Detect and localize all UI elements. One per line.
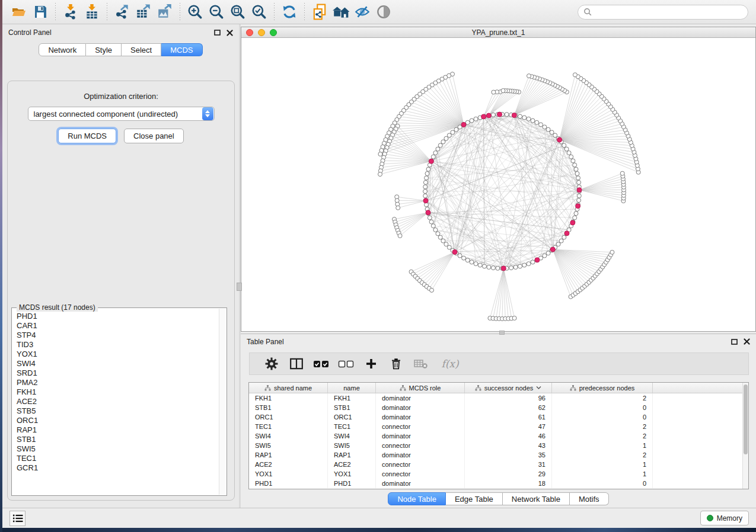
export-table-icon[interactable]: [133, 2, 154, 21]
deselect-all-icon[interactable]: [334, 355, 359, 373]
table-cell[interactable]: 2: [552, 393, 653, 403]
horizontal-splitter-grip[interactable]: [499, 331, 505, 335]
table-row[interactable]: ACE2ACE2connector311: [249, 460, 748, 469]
table-cell[interactable]: 1: [552, 469, 653, 479]
zoom-selected-icon[interactable]: [248, 2, 270, 21]
table-cell[interactable]: SWI5: [328, 441, 376, 450]
zoom-in-icon[interactable]: [184, 2, 206, 21]
table-row[interactable]: YOX1YOX1connector291: [249, 469, 748, 479]
column-header-MCDS-role[interactable]: MCDS role: [376, 383, 465, 393]
table-cell[interactable]: STB1: [249, 403, 328, 412]
tab-network-table[interactable]: Network Table: [503, 492, 570, 505]
mcds-result-item[interactable]: YOX1: [17, 350, 219, 359]
table-cell[interactable]: 2: [552, 422, 653, 431]
table-cell[interactable]: SWI5: [249, 441, 328, 450]
column-header-predecessor-nodes[interactable]: predecessor nodes: [552, 383, 653, 393]
table-cell[interactable]: dominator: [376, 403, 465, 412]
settings-gear-icon[interactable]: [259, 355, 284, 373]
mcds-result-item[interactable]: TEC1: [17, 454, 219, 463]
table-cell[interactable]: 18: [465, 479, 552, 488]
search-input[interactable]: [592, 8, 742, 16]
float-panel-icon[interactable]: [731, 339, 738, 345]
mcds-result-item[interactable]: ACE2: [17, 397, 219, 406]
memory-button[interactable]: Memory: [700, 511, 749, 525]
table-cell[interactable]: 47: [465, 422, 552, 431]
save-session-icon[interactable]: [30, 2, 51, 21]
table-cell[interactable]: 2: [552, 450, 653, 460]
table-cell[interactable]: TEC1: [328, 422, 376, 431]
table-cell[interactable]: 35: [465, 450, 552, 460]
table-row[interactable]: PHD1PHD1dominator180: [249, 479, 748, 488]
close-panel-icon[interactable]: [227, 30, 233, 36]
tab-motifs[interactable]: Motifs: [570, 492, 609, 505]
mcds-result-scrollbar[interactable]: [219, 309, 226, 495]
table-row[interactable]: SWI4SWI4dominator462: [249, 431, 748, 441]
column-header-successor-nodes[interactable]: successor nodes: [465, 383, 552, 393]
table-cell[interactable]: SWI4: [249, 431, 328, 441]
toggle-panel-icon[interactable]: [284, 355, 309, 373]
table-cell[interactable]: connector: [376, 469, 465, 479]
splitter-grip[interactable]: [237, 283, 242, 291]
mcds-result-item[interactable]: SWI5: [17, 444, 219, 454]
tab-node-table[interactable]: Node Table: [388, 492, 446, 505]
import-table-icon[interactable]: [81, 2, 103, 21]
mcds-result-item[interactable]: TID3: [17, 340, 219, 350]
table-cell[interactable]: RAP1: [249, 450, 328, 460]
mcds-result-item[interactable]: CAR1: [17, 321, 219, 331]
tab-select[interactable]: Select: [122, 43, 161, 56]
table-cell[interactable]: FKH1: [249, 393, 328, 403]
mcds-result-item[interactable]: PHD1: [17, 312, 219, 321]
table-cell[interactable]: 61: [465, 412, 552, 422]
table-cell[interactable]: connector: [376, 460, 465, 469]
export-network-icon[interactable]: [111, 2, 133, 21]
table-cell[interactable]: 46: [465, 431, 552, 441]
table-cell[interactable]: YOX1: [249, 469, 328, 479]
mcds-result-item[interactable]: PMA2: [17, 378, 219, 387]
mcds-result-list[interactable]: PHD1CAR1STP4TID3YOX1SWI4SRD1PMA2FKH1ACE2…: [12, 309, 219, 495]
mcds-result-item[interactable]: STB1: [17, 435, 219, 444]
table-cell[interactable]: 43: [465, 441, 552, 450]
mcds-result-item[interactable]: SRD1: [17, 368, 219, 378]
table-cell[interactable]: dominator: [376, 479, 465, 488]
table-row[interactable]: FKH1FKH1dominator962: [249, 393, 748, 403]
refresh-icon[interactable]: [279, 2, 300, 21]
table-cell[interactable]: RAP1: [328, 450, 376, 460]
table-cell[interactable]: connector: [376, 441, 465, 450]
table-row[interactable]: TEC1TEC1connector472: [249, 422, 748, 431]
optimization-criterion-select[interactable]: largest connected component (undirected): [28, 107, 215, 121]
table-cell[interactable]: PHD1: [328, 479, 376, 488]
delete-table-icon[interactable]: [409, 355, 433, 373]
table-cell[interactable]: 0: [552, 403, 653, 412]
network-window-titlebar[interactable]: YPA_prune.txt_1: [241, 27, 755, 38]
table-row[interactable]: STB1STB1dominator620: [249, 403, 748, 412]
scrollbar-thumb[interactable]: [744, 384, 748, 454]
table-row[interactable]: SWI5SWI5connector431: [249, 441, 748, 450]
table-cell[interactable]: ACE2: [328, 460, 376, 469]
zoom-out-icon[interactable]: [206, 2, 227, 21]
import-network-icon[interactable]: [60, 2, 81, 21]
table-cell[interactable]: dominator: [376, 412, 465, 422]
home-layout-icon[interactable]: [330, 2, 352, 21]
table-cell[interactable]: SWI4: [328, 431, 376, 441]
mcds-result-item[interactable]: STP4: [17, 331, 219, 340]
table-cell[interactable]: ACE2: [249, 460, 328, 469]
vertical-splitter[interactable]: [239, 24, 241, 508]
table-cell[interactable]: ORC1: [249, 412, 328, 422]
tab-style[interactable]: Style: [86, 43, 122, 56]
open-file-icon[interactable]: [8, 2, 30, 21]
export-image-icon[interactable]: [154, 2, 176, 21]
mcds-result-item[interactable]: SWI4: [17, 359, 219, 368]
function-builder-icon[interactable]: f(x): [433, 355, 467, 373]
close-panel-button[interactable]: Close panel: [124, 129, 184, 143]
select-all-icon[interactable]: [309, 355, 334, 373]
run-mcds-button[interactable]: Run MCDS: [58, 129, 116, 143]
network-view[interactable]: [241, 38, 755, 331]
tab-mcds[interactable]: MCDS: [161, 43, 202, 56]
mcds-result-item[interactable]: RAP1: [17, 425, 219, 435]
column-header-shared-name[interactable]: shared name: [249, 383, 328, 393]
tab-edge-table[interactable]: Edge Table: [446, 492, 503, 505]
table-cell[interactable]: 96: [465, 393, 552, 403]
table-row[interactable]: RAP1RAP1dominator352: [249, 450, 748, 460]
zoom-fit-icon[interactable]: [227, 2, 248, 21]
table-cell[interactable]: 0: [552, 479, 653, 488]
